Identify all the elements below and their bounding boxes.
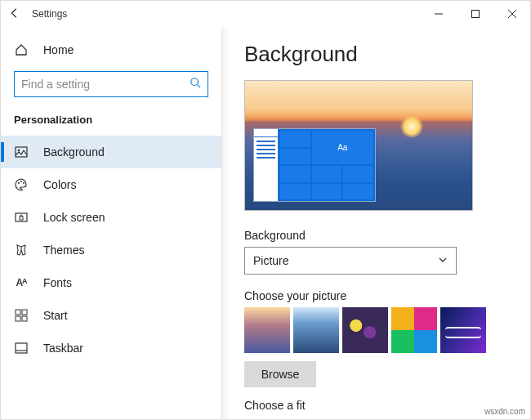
sidebar-item-label: Themes bbox=[43, 244, 85, 257]
palette-icon bbox=[14, 178, 29, 191]
sidebar-item-background[interactable]: Background bbox=[1, 136, 221, 168]
preview-sun bbox=[400, 115, 423, 138]
search-input[interactable] bbox=[21, 78, 190, 91]
section-header: Personalization bbox=[1, 110, 221, 136]
svg-line-5 bbox=[198, 85, 201, 88]
svg-point-4 bbox=[191, 78, 199, 86]
svg-point-9 bbox=[20, 181, 22, 182]
themes-icon bbox=[14, 244, 29, 257]
dropdown-value: Picture bbox=[253, 254, 289, 267]
svg-rect-12 bbox=[20, 217, 23, 220]
sidebar-item-taskbar[interactable]: Taskbar bbox=[1, 332, 221, 364]
sidebar-item-label: Lock screen bbox=[43, 211, 105, 224]
taskbar-icon bbox=[14, 342, 29, 355]
sidebar-item-colors[interactable]: Colors bbox=[1, 168, 221, 201]
svg-rect-17 bbox=[16, 343, 27, 353]
svg-rect-1 bbox=[471, 11, 479, 18]
svg-rect-13 bbox=[16, 310, 20, 315]
sidebar-item-fonts[interactable]: AA Fonts bbox=[1, 266, 221, 299]
titlebar: Settings bbox=[1, 1, 530, 27]
watermark: wsxdn.com bbox=[484, 407, 525, 416]
preview-sample-window: Aa bbox=[253, 128, 376, 202]
svg-point-10 bbox=[23, 182, 25, 184]
preview-aa-tile: Aa bbox=[312, 131, 373, 164]
home-icon bbox=[14, 43, 29, 56]
search-icon bbox=[190, 77, 201, 92]
home-label: Home bbox=[43, 43, 74, 56]
home-nav[interactable]: Home bbox=[1, 37, 221, 63]
choose-picture-label: Choose your picture bbox=[244, 289, 507, 302]
search-box[interactable] bbox=[14, 71, 208, 97]
picture-thumbnails bbox=[244, 307, 507, 353]
picture-thumb-1[interactable] bbox=[244, 307, 290, 353]
chevron-down-icon bbox=[438, 254, 448, 267]
sidebar-item-start[interactable]: Start bbox=[1, 299, 221, 332]
picture-thumb-4[interactable] bbox=[391, 307, 437, 353]
svg-rect-15 bbox=[16, 316, 20, 321]
browse-label: Browse bbox=[261, 368, 300, 381]
picture-icon bbox=[14, 145, 29, 159]
svg-rect-16 bbox=[22, 316, 27, 321]
sidebar: Home Personalization Background Colors bbox=[1, 27, 221, 419]
background-dropdown[interactable]: Picture bbox=[244, 247, 457, 275]
content-area: Background Aa Background Picture bbox=[221, 27, 530, 419]
maximize-button[interactable] bbox=[457, 1, 493, 27]
svg-point-8 bbox=[18, 182, 20, 184]
sidebar-item-label: Background bbox=[43, 145, 105, 159]
sidebar-item-label: Colors bbox=[43, 178, 76, 191]
search-row bbox=[1, 63, 221, 110]
picture-thumb-2[interactable] bbox=[293, 307, 339, 353]
sidebar-item-label: Taskbar bbox=[43, 342, 83, 355]
sidebar-item-label: Fonts bbox=[43, 276, 72, 289]
window-controls bbox=[420, 1, 530, 27]
sidebar-item-label: Start bbox=[43, 309, 68, 322]
choose-fit-label: Choose a fit bbox=[244, 399, 507, 412]
svg-rect-14 bbox=[22, 310, 27, 315]
svg-point-7 bbox=[18, 150, 20, 152]
sidebar-item-lock-screen[interactable]: Lock screen bbox=[1, 201, 221, 234]
fonts-icon: AA bbox=[14, 277, 29, 288]
app-title: Settings bbox=[32, 8, 67, 20]
picture-thumb-5[interactable] bbox=[440, 307, 486, 353]
background-field-label: Background bbox=[244, 229, 507, 242]
page-title: Background bbox=[244, 42, 507, 67]
close-button[interactable] bbox=[493, 1, 530, 27]
back-icon[interactable] bbox=[9, 7, 20, 21]
lock-screen-icon bbox=[14, 211, 29, 224]
picture-thumb-3[interactable] bbox=[342, 307, 388, 353]
desktop-preview: Aa bbox=[244, 80, 473, 211]
titlebar-left: Settings bbox=[9, 7, 67, 21]
minimize-button[interactable] bbox=[420, 1, 457, 27]
start-icon bbox=[14, 309, 29, 322]
sidebar-item-themes[interactable]: Themes bbox=[1, 234, 221, 266]
browse-button[interactable]: Browse bbox=[244, 361, 316, 387]
